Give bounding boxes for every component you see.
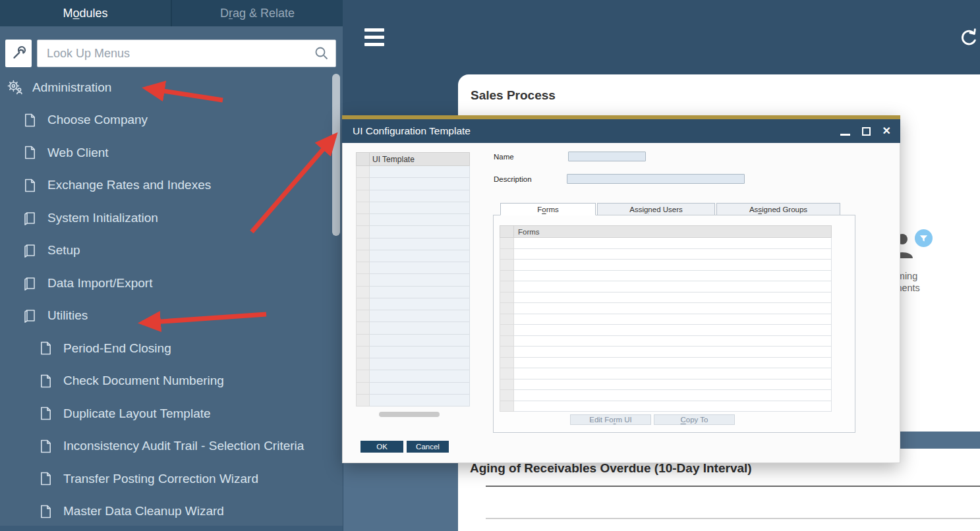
row-selector[interactable] (356, 202, 370, 214)
row-cell[interactable] (514, 368, 832, 379)
table-row[interactable] (500, 325, 832, 336)
row-selector[interactable] (356, 347, 370, 358)
row-cell[interactable] (370, 383, 470, 395)
row-selector[interactable] (356, 395, 370, 406)
table-row[interactable] (356, 190, 470, 202)
sidebar-item-master-data-cleanup-wizard[interactable]: Master Data Cleanup Wizard (0, 495, 343, 528)
table-row[interactable] (356, 370, 470, 382)
tab-drag-and-relate[interactable]: Drag & Relate (172, 0, 343, 26)
row-cell[interactable] (370, 214, 470, 226)
table-row[interactable] (356, 262, 470, 274)
row-selector[interactable] (356, 322, 370, 334)
row-cell[interactable] (514, 303, 832, 314)
sidebar-item-utilities[interactable]: Utilities (0, 300, 343, 333)
row-cell[interactable] (514, 390, 832, 401)
table-row[interactable] (500, 238, 832, 249)
row-selector[interactable] (356, 298, 370, 310)
table-row[interactable] (356, 274, 470, 286)
row-selector[interactable] (500, 303, 514, 314)
table-row[interactable] (500, 260, 832, 271)
sidebar-item-system-initialization[interactable]: System Initialization (0, 202, 343, 235)
row-selector[interactable] (500, 293, 514, 304)
search-input[interactable] (37, 40, 336, 67)
table-row[interactable] (356, 335, 470, 347)
refresh-icon[interactable] (958, 27, 980, 52)
row-selector[interactable] (356, 178, 370, 190)
row-selector[interactable] (356, 383, 370, 395)
row-selector[interactable] (500, 271, 514, 282)
row-selector[interactable] (500, 347, 514, 358)
row-cell[interactable] (370, 226, 470, 238)
table-row[interactable] (500, 271, 832, 282)
table-row[interactable] (500, 336, 832, 347)
table-row[interactable] (356, 347, 470, 358)
row-selector[interactable] (356, 190, 370, 202)
tab-assigned-users[interactable]: Assigned Users (597, 203, 715, 215)
row-selector[interactable] (500, 336, 514, 347)
row-cell[interactable] (370, 322, 470, 334)
row-cell[interactable] (370, 274, 470, 286)
row-selector[interactable] (500, 260, 514, 271)
table-row[interactable] (356, 383, 470, 395)
tab-forms[interactable]: Forms (500, 203, 596, 215)
row-cell[interactable] (370, 166, 470, 178)
sidebar-item-transfer-posting-correction-wizard[interactable]: Transfer Posting Correction Wizard (0, 462, 343, 495)
edit-form-ui-button[interactable]: Edit Form UI (570, 414, 651, 425)
table-row[interactable] (500, 303, 832, 314)
table-row[interactable] (356, 358, 470, 370)
row-cell[interactable] (370, 310, 470, 322)
row-selector[interactable] (500, 358, 514, 369)
row-selector[interactable] (356, 250, 370, 262)
table-row[interactable] (356, 322, 470, 334)
table-row[interactable] (356, 238, 470, 250)
row-selector[interactable] (356, 370, 370, 382)
row-cell[interactable] (514, 238, 832, 249)
row-cell[interactable] (370, 238, 470, 250)
table-row[interactable] (500, 368, 832, 379)
row-cell[interactable] (370, 287, 470, 298)
table-row[interactable] (500, 379, 832, 391)
row-selector[interactable] (500, 401, 514, 412)
row-selector[interactable] (500, 281, 514, 293)
row-cell[interactable] (370, 335, 470, 347)
row-cell[interactable] (370, 370, 470, 382)
sidebar-item-web-client[interactable]: Web Client (0, 136, 343, 169)
sidebar-item-check-document-numbering[interactable]: Check Document Numbering (0, 365, 343, 398)
row-selector[interactable] (356, 274, 370, 286)
table-row[interactable] (500, 281, 832, 293)
table-row[interactable] (500, 390, 832, 401)
row-cell[interactable] (514, 401, 832, 412)
sidebar-item-data-import-export[interactable]: Data Import/Export (0, 267, 343, 300)
table-row[interactable] (500, 347, 832, 358)
sidebar-item-setup[interactable]: Setup (0, 235, 343, 267)
row-cell[interactable] (370, 395, 470, 406)
sidebar-item-duplicate-layout-template[interactable]: Duplicate Layout Template (0, 397, 343, 430)
name-input[interactable] (568, 152, 646, 161)
table-row[interactable] (356, 298, 470, 310)
row-selector[interactable] (356, 287, 370, 298)
row-cell[interactable] (370, 347, 470, 358)
sidebar-item-inconsistency-audit-trail-selection-criteria[interactable]: Inconsistency Audit Trail - Selection Cr… (0, 430, 343, 463)
row-cell[interactable] (370, 202, 470, 214)
table-row[interactable] (356, 166, 470, 178)
table-row[interactable] (356, 287, 470, 298)
row-selector[interactable] (356, 310, 370, 322)
table-row[interactable] (356, 178, 470, 190)
hamburger-menu-icon[interactable] (364, 28, 384, 50)
row-selector[interactable] (356, 238, 370, 250)
close-icon[interactable]: ✕ (882, 126, 891, 136)
table-row[interactable] (500, 401, 832, 412)
table-row[interactable] (356, 226, 470, 238)
row-selector[interactable] (356, 226, 370, 238)
row-cell[interactable] (370, 190, 470, 202)
row-cell[interactable] (370, 298, 470, 310)
row-selector[interactable] (500, 249, 514, 260)
table-row[interactable] (500, 249, 832, 260)
row-selector[interactable] (356, 335, 370, 347)
row-selector[interactable] (356, 166, 370, 178)
row-selector[interactable] (500, 379, 514, 391)
table-row[interactable] (356, 395, 470, 406)
table-row[interactable] (356, 214, 470, 226)
row-cell[interactable] (514, 358, 832, 369)
row-cell[interactable] (514, 314, 832, 325)
